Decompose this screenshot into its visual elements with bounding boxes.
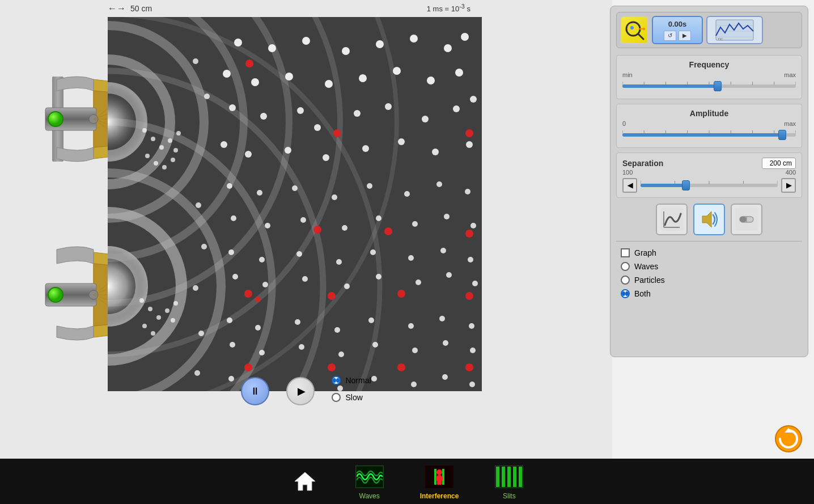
- waves-radio[interactable]: [621, 262, 630, 271]
- pause-button[interactable]: ⏸: [241, 377, 269, 405]
- svg-point-165: [193, 285, 198, 291]
- nav-waves[interactable]: Waves: [349, 460, 391, 502]
- speaker-bottom-svg: [34, 238, 119, 351]
- refresh-button[interactable]: [774, 425, 803, 453]
- svg-point-124: [439, 316, 445, 321]
- svg-point-122: [368, 317, 374, 323]
- svg-point-60: [297, 107, 304, 114]
- sep-increase-button[interactable]: ▶: [781, 178, 796, 193]
- timer-controls: ↺ ▶: [664, 31, 691, 41]
- svg-point-133: [470, 348, 476, 353]
- svg-point-73: [432, 149, 439, 155]
- capsule-view-button[interactable]: [731, 204, 762, 235]
- svg-point-112: [302, 276, 308, 282]
- frequency-slider-track[interactable]: [622, 81, 796, 92]
- freq-ticks: [622, 81, 796, 92]
- nav-interference[interactable]: Interference: [413, 460, 466, 502]
- svg-point-61: [314, 124, 321, 131]
- particles-radio[interactable]: [621, 276, 630, 285]
- svg-point-75: [313, 226, 321, 234]
- slow-speed-radio[interactable]: [332, 393, 341, 402]
- normal-speed-radio[interactable]: [332, 376, 341, 385]
- svg-point-109: [468, 257, 473, 262]
- nav-slits[interactable]: Slits: [488, 460, 530, 502]
- svg-point-77: [465, 230, 473, 238]
- svg-point-45: [461, 33, 469, 41]
- svg-point-129: [338, 351, 344, 357]
- svg-rect-222: [437, 480, 439, 485]
- timer-button[interactable]: 0.00s ↺ ▶: [652, 16, 703, 44]
- normal-speed-option[interactable]: Normal: [332, 376, 371, 385]
- time-label: 1 ms = 10-3 s: [427, 5, 470, 13]
- separation-control-row: ◀ ▶: [622, 178, 796, 193]
- svg-point-41: [342, 47, 350, 55]
- play-button[interactable]: ▶: [286, 377, 315, 405]
- svg-point-39: [268, 44, 276, 52]
- slow-speed-label: Slow: [345, 393, 362, 402]
- amp-min-label: 0: [622, 120, 626, 127]
- speaker-icon: [698, 208, 720, 231]
- control-panel: 0.00s ↺ ▶ TIC Frequen: [610, 6, 808, 357]
- svg-point-69: [285, 147, 291, 154]
- svg-point-157: [145, 154, 150, 158]
- curve-view-button[interactable]: [656, 204, 688, 235]
- nav-home[interactable]: [284, 465, 326, 498]
- amplitude-slider-track[interactable]: [622, 129, 796, 141]
- refresh-icon: [774, 425, 803, 453]
- svg-point-67: [221, 141, 227, 148]
- speaker-bottom[interactable]: [34, 238, 119, 340]
- sep-max-label: 400: [786, 169, 796, 176]
- svg-point-95: [265, 223, 270, 228]
- svg-point-110: [232, 274, 238, 279]
- svg-point-59: [260, 113, 267, 120]
- chart-button[interactable]: TIC: [706, 16, 763, 44]
- ruler-bar: ←→ 50 cm: [108, 0, 152, 17]
- amp-ticks: [622, 129, 796, 141]
- sound-view-button[interactable]: [693, 204, 725, 235]
- sep-header: Separation 200 cm: [622, 158, 796, 169]
- speaker-top[interactable]: [34, 74, 119, 176]
- panel-toolbar: 0.00s ↺ ▶ TIC: [616, 12, 802, 48]
- svg-point-163: [196, 202, 201, 208]
- svg-line-169: [638, 34, 643, 39]
- freq-max-label: max: [784, 71, 796, 78]
- magnifier-button[interactable]: [620, 16, 648, 44]
- slow-speed-option[interactable]: Slow: [332, 393, 371, 402]
- particles-option[interactable]: Particles: [621, 276, 798, 285]
- speaker-top-svg: [34, 74, 119, 164]
- svg-point-146: [173, 301, 178, 306]
- svg-point-147: [171, 318, 175, 323]
- chart-icon: TIC: [715, 19, 754, 41]
- waves-label: Waves: [634, 262, 658, 271]
- svg-point-113: [344, 283, 350, 289]
- capsule-icon: [735, 208, 758, 231]
- svg-point-151: [142, 128, 147, 133]
- svg-point-56: [465, 129, 473, 137]
- svg-marker-213: [295, 472, 315, 490]
- waves-option[interactable]: Waves: [621, 262, 798, 271]
- svg-point-46: [223, 70, 231, 78]
- separation-slider-track[interactable]: [641, 180, 778, 191]
- sep-decrease-button[interactable]: ◀: [622, 178, 637, 193]
- svg-point-171: [630, 26, 634, 29]
- slits-nav-label: Slits: [503, 492, 516, 500]
- svg-rect-209: [740, 217, 747, 222]
- svg-point-74: [466, 141, 473, 148]
- svg-point-51: [393, 67, 401, 75]
- svg-point-121: [334, 327, 340, 333]
- svg-rect-231: [505, 467, 507, 487]
- svg-point-145: [165, 308, 169, 313]
- divider: [616, 241, 802, 242]
- svg-point-79: [328, 292, 336, 300]
- both-option[interactable]: Both: [621, 289, 798, 298]
- both-radio[interactable]: [621, 289, 630, 298]
- svg-point-100: [444, 214, 450, 219]
- amplitude-section: Amplitude 0 max: [616, 104, 802, 148]
- svg-point-107: [408, 255, 414, 261]
- svg-rect-220: [436, 476, 439, 481]
- graph-checkbox[interactable]: [621, 248, 630, 257]
- svg-point-105: [336, 259, 342, 265]
- graph-option[interactable]: Graph: [621, 248, 798, 257]
- svg-marker-173: [643, 27, 646, 31]
- normal-speed-label: Normal: [345, 376, 371, 385]
